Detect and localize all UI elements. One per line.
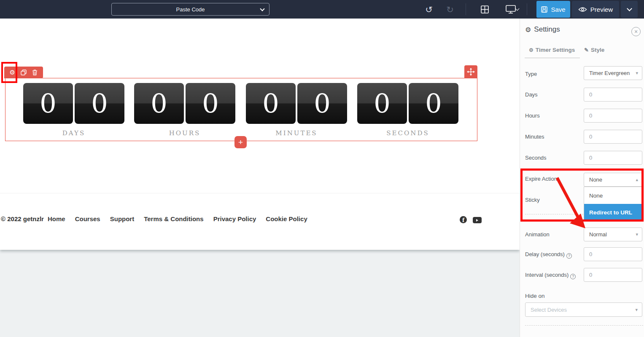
preview-label: Preview (590, 6, 613, 13)
brush-icon: ✎ (584, 47, 589, 53)
save-icon (541, 6, 547, 13)
hide-on-select[interactable]: Select Devices ▾ (525, 302, 642, 317)
tab-style[interactable]: ✎ Style (584, 47, 604, 53)
delete-trash-icon[interactable] (30, 68, 40, 77)
annotation-box-gear (1, 62, 17, 83)
undo-button[interactable]: ↺ (421, 3, 437, 16)
widget-move-handle[interactable] (464, 65, 477, 78)
expire-action-select[interactable]: None ▴ (584, 173, 642, 187)
timer-group-minutes: 0 0 MINUTES (246, 83, 347, 137)
minutes-label: Minutes (525, 134, 544, 140)
dropdown-option-none[interactable]: None (584, 187, 642, 204)
close-glyph: × (634, 28, 638, 35)
add-element-button[interactable]: + (234, 136, 247, 148)
chevron-down-icon (260, 6, 264, 11)
footer-link-home[interactable]: Home (48, 215, 65, 222)
preview-button[interactable]: Preview (572, 1, 619, 18)
type-value: Timer Evergreen (589, 70, 630, 76)
active-tab-underline (525, 58, 580, 58)
section-divider (0, 193, 520, 193)
days-label: Days (525, 91, 538, 98)
help-icon[interactable]: ? (570, 274, 576, 279)
settings-panel: ⚙ Settings × ⚙ Timer Settings ✎ Style Ty… (520, 19, 644, 337)
settings-header: ⚙ Settings (525, 25, 560, 34)
timer-group-label: DAYS (23, 129, 124, 137)
move-icon (467, 68, 475, 76)
settings-title: Settings (534, 25, 560, 34)
flip-digit: 0 (357, 83, 407, 124)
help-icon[interactable]: ? (566, 253, 572, 259)
tab-timer-settings[interactable]: ⚙ Timer Settings (529, 47, 575, 53)
facebook-glyph: f (462, 217, 464, 223)
gear-icon: ⚙ (529, 47, 534, 53)
more-options-button[interactable] (621, 1, 638, 18)
footer-nav: Home Courses Support Terms & Conditions … (48, 215, 307, 222)
footer-link-privacy[interactable]: Privacy Policy (213, 215, 256, 222)
landing-page: ⚙ (0, 19, 520, 250)
timer-group-label: MINUTES (246, 129, 347, 137)
interval-label: Interval (seconds)? (525, 272, 576, 279)
eye-icon (578, 7, 587, 12)
paste-code-select[interactable]: Paste Code (111, 3, 269, 16)
timer-group-days: 0 0 DAYS (23, 83, 124, 137)
timer-group-label: HOURS (134, 129, 235, 137)
paste-code-label: Paste Code (176, 6, 205, 13)
timer-group-hours: 0 0 HOURS (134, 83, 235, 137)
footer-copyright: © 2022 getnzlr (1, 215, 44, 222)
delay-label: Delay (seconds)? (525, 251, 572, 259)
delay-input[interactable] (584, 247, 642, 261)
flip-digit: 0 (186, 83, 235, 124)
caret-down-icon: ▾ (636, 70, 638, 76)
footer-link-cookie[interactable]: Cookie Policy (266, 215, 307, 222)
youtube-icon[interactable] (473, 217, 482, 223)
play-icon (476, 219, 478, 222)
hours-input[interactable] (584, 109, 642, 123)
device-preview-button[interactable] (501, 3, 523, 16)
hours-label: Hours (525, 112, 540, 119)
animation-select[interactable]: Normal ▾ (584, 227, 642, 241)
duplicate-icon[interactable] (19, 68, 28, 77)
toolbar-divider (466, 3, 466, 15)
seconds-input[interactable] (584, 151, 642, 165)
save-button[interactable]: Save (536, 1, 570, 18)
timer-group-label: SECONDS (357, 129, 458, 137)
close-icon[interactable]: × (631, 27, 641, 36)
caret-down-icon: ▾ (635, 307, 638, 313)
save-label: Save (551, 6, 565, 13)
flip-digit: 0 (75, 83, 124, 124)
type-label: Type (525, 71, 537, 77)
animation-label: Animation (525, 231, 550, 238)
interval-input[interactable] (584, 268, 642, 282)
toolbar-divider (527, 3, 527, 15)
footer-link-terms[interactable]: Terms & Conditions (144, 215, 203, 222)
chevron-down-icon (627, 6, 632, 11)
plus-icon: + (238, 138, 243, 147)
footer-link-courses[interactable]: Courses (75, 215, 100, 222)
editor-canvas: ⚙ (0, 19, 520, 337)
expire-action-dropdown: None Redirect to URL (584, 187, 642, 221)
interval-label-text: Interval (seconds) (525, 272, 569, 278)
top-toolbar: Paste Code ↺ ↻ Save (0, 0, 644, 19)
minutes-input[interactable] (584, 130, 642, 144)
flip-digit: 0 (297, 83, 347, 124)
footer-link-support[interactable]: Support (110, 215, 135, 222)
monitor-icon (506, 5, 516, 14)
hide-on-label: Hide on (525, 293, 545, 299)
tab-timer-label: Timer Settings (536, 47, 575, 53)
type-select[interactable]: Timer Evergreen ▾ (584, 66, 642, 80)
dashed-divider (525, 214, 583, 214)
days-input[interactable] (584, 88, 642, 102)
flip-digit: 0 (246, 83, 296, 124)
caret-down-icon: ▾ (636, 232, 638, 237)
sticky-label: Sticky (525, 197, 540, 203)
redo-button[interactable]: ↻ (442, 3, 458, 16)
caret-up-icon: ▴ (636, 177, 638, 182)
grid-icon (481, 5, 489, 13)
dropdown-option-redirect[interactable]: Redirect to URL (584, 204, 642, 221)
undo-icon: ↺ (425, 5, 433, 14)
layout-grid-button[interactable] (477, 3, 492, 16)
animation-value: Normal (589, 231, 607, 238)
facebook-icon[interactable]: f (460, 216, 467, 223)
flip-digit: 0 (134, 83, 184, 124)
expire-action-value: None (589, 177, 602, 183)
